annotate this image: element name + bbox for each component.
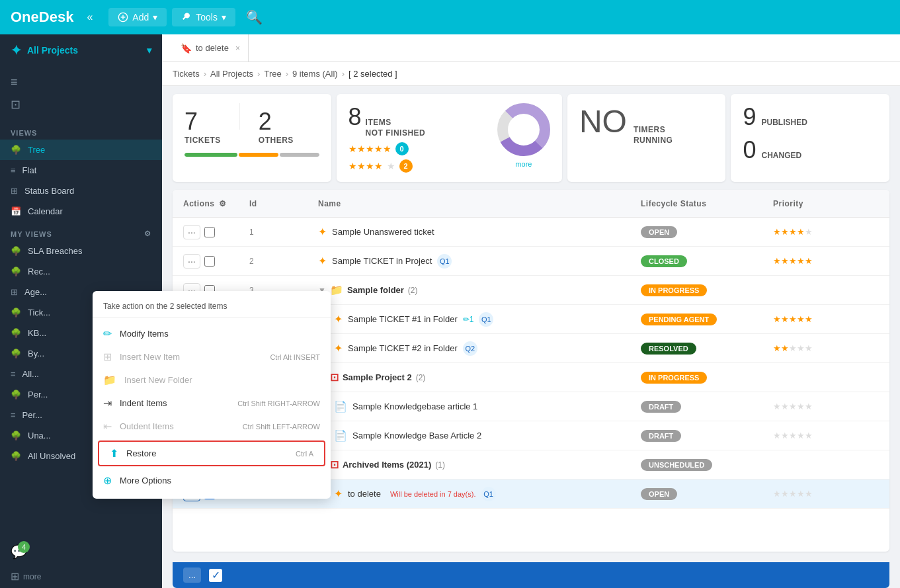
project-selector[interactable]: ✦ All Projects ▾ [0, 34, 162, 66]
bar-gray [280, 153, 319, 157]
published-label: PUBLISHED [761, 118, 807, 127]
breadcrumb-tree[interactable]: Tree [264, 69, 281, 79]
sidebar-item-flat[interactable]: ≡ Flat [0, 160, 162, 181]
row-status: IN PROGRESS [641, 284, 773, 296]
pencil-icon: ✏1 [463, 315, 474, 324]
bottom-dots-btn[interactable]: ... [183, 567, 201, 583]
row-dots-btn[interactable]: ··· [183, 254, 200, 269]
bottom-check-btn[interactable]: ✓ [209, 569, 222, 582]
tools-button[interactable]: Tools ▾ [172, 8, 235, 26]
search-button[interactable]: 🔍 [246, 9, 263, 25]
meta-badge: Q1 [479, 312, 493, 327]
items-count: 8 [348, 103, 362, 131]
ticket-icon: ✦ [318, 255, 327, 267]
row-status: IN PROGRESS [641, 372, 773, 384]
outdent-icon: ⇤ [103, 420, 112, 433]
row-name: ▼ ⊡ Archived Items (2021) (1) [318, 458, 641, 471]
row-id: 2 [249, 257, 278, 266]
changed-count: 0 [743, 136, 756, 164]
tickets-stat-card: 7 TICKETS 2 OTHERS [173, 94, 331, 182]
row-name: ✦ Sample Unanswered ticket [318, 226, 641, 238]
sidebar-item-tree[interactable]: 🌳 Tree [0, 140, 162, 160]
row-priority: ★★★★★ [773, 314, 879, 324]
bar-orange [239, 153, 278, 157]
breadcrumb: Tickets › All Projects › Tree › 9 items … [162, 62, 900, 86]
my-views-section-label: MY VIEWS ⚙ [0, 222, 162, 241]
row-checkbox[interactable] [204, 256, 215, 267]
bottom-action-bar: ... ✓ [173, 562, 889, 588]
sidebar-item-icon1[interactable]: ≡ [0, 71, 162, 93]
row-status: OPEN [641, 226, 773, 238]
row-name-text: Sample Knowledgebase article 1 [352, 401, 477, 411]
add-button[interactable]: Add ▾ [108, 8, 167, 26]
sidebar-item-status-board[interactable]: ⊞ Status Board [0, 181, 162, 201]
breadcrumb-selected: [ 2 selected ] [348, 69, 397, 79]
star-row-4: ★★★★★ 2 [348, 159, 489, 173]
pie-chart [497, 103, 550, 156]
context-restore[interactable]: ⬆ Restore Ctrl A [99, 442, 324, 465]
ticket-icon: ✦ [334, 342, 343, 355]
breadcrumb-tickets[interactable]: Tickets [173, 69, 200, 79]
row-status: DRAFT [641, 401, 773, 413]
stats-row: 7 TICKETS 2 OTHERS [162, 86, 900, 190]
row-name-text: Archived Items (2021) [343, 460, 431, 470]
star4-count: 2 [399, 159, 413, 173]
row-status: PENDING AGENT [641, 314, 773, 325]
breadcrumb-all-projects[interactable]: All Projects [210, 69, 253, 79]
row-name: ▼ ⊡ Sample Project 2 (2) [318, 371, 641, 384]
pie-more-link[interactable]: more [497, 160, 550, 168]
more-sidebar-label[interactable]: ⊞ more [0, 565, 162, 588]
tab-close-icon[interactable]: × [235, 44, 240, 53]
collapse-btn[interactable]: « [87, 11, 93, 23]
more-options-icon: ⊕ [103, 474, 112, 487]
topbar: OneDesk « Add ▾ Tools ▾ 🔍 [0, 0, 900, 34]
row-name: 📄 Sample Knowledgebase article 1 [318, 400, 641, 413]
row-name-text: Sample TICKET #2 in Folder [348, 343, 458, 353]
context-indent[interactable]: ⇥ Indent Items Ctrl Shift RIGHT-ARROW [93, 392, 331, 415]
row-name-text: Sample Project 2 [343, 372, 412, 382]
sidebar-item-icon2[interactable]: ⊡ [0, 93, 162, 116]
actions-header: Actions [183, 199, 215, 208]
star5-count: 0 [395, 142, 409, 155]
tickets-label: TICKETS [184, 136, 221, 146]
row-status: UNSCHEDULED [641, 459, 773, 471]
tickets-count: 7 [184, 108, 198, 135]
gear-icon[interactable]: ⚙ [219, 199, 227, 208]
others-count: 2 [259, 108, 272, 135]
meta-badge: Q1 [481, 487, 496, 501]
breadcrumb-items[interactable]: 9 items (All) [292, 69, 338, 79]
row-priority: ★★★★★ [773, 489, 879, 499]
sidebar-item-rec[interactable]: 🌳 Rec... [0, 261, 162, 282]
row-priority: ★★★★★ [773, 256, 879, 266]
more-sidebar-btn[interactable]: 💬 4 [0, 538, 162, 565]
row-checkbox[interactable] [204, 227, 215, 237]
sidebar-item-calendar[interactable]: 📅 Calendar [0, 201, 162, 222]
folder-icon: 📁 [330, 284, 343, 296]
context-insert-new: ⊞ Insert New Item Ctrl Alt INSERT [93, 345, 331, 368]
context-modify[interactable]: ✏ Modify Items [93, 322, 331, 345]
modify-icon: ✏ [103, 327, 112, 340]
app-logo: OneDesk [11, 9, 73, 26]
tab-bar: 🔖 to delete × [162, 34, 900, 62]
project-icon: ⊡ [330, 371, 339, 384]
row-name-text: to delete [348, 489, 381, 499]
tickets-bar [184, 153, 319, 157]
row-dots-btn[interactable]: ··· [183, 225, 200, 239]
sidebar-item-sla[interactable]: 🌳 SLA Breaches [0, 241, 162, 261]
context-menu: Take action on the 2 selected items ✏ Mo… [93, 291, 331, 499]
row-name: ✦ Sample TICKET #1 in Folder ✏1 Q1 [318, 312, 641, 327]
row-status: DRAFT [641, 430, 773, 442]
status-header: Lifecycle Status [641, 199, 773, 208]
context-more-options[interactable]: ⊕ More Options [93, 469, 331, 492]
priority-header: Priority [773, 199, 879, 208]
table-header: Actions ⚙ Id Name Lifecycle Status Prior… [173, 190, 889, 218]
context-outdent: ⇤ Outdent Items Ctrl Shift LEFT-ARROW [93, 415, 331, 438]
items-label: ITEMSNOT FINISHED [366, 118, 426, 138]
tab-to-delete[interactable]: 🔖 to delete × [173, 34, 249, 62]
row-name-text: Sample Unanswered ticket [332, 227, 434, 237]
row-priority: ★★★★★ [773, 227, 879, 237]
changed-label: CHANGED [761, 151, 801, 160]
table-row: ··· 2 ✦ Sample TICKET in Project Q1 CLOS… [173, 247, 889, 276]
row-name-text: Sample folder [347, 285, 404, 295]
insert-icon: ⊞ [103, 351, 112, 363]
